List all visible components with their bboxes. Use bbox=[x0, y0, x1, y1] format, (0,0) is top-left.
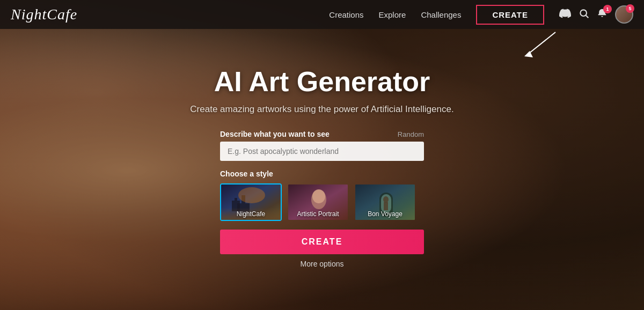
hero-subtitle: Create amazing artworks using the power … bbox=[190, 104, 453, 115]
arrow-annotation bbox=[518, 29, 561, 62]
style-nightcafe-label: NightCafe bbox=[221, 210, 281, 218]
create-button[interactable]: CREATE bbox=[220, 230, 424, 254]
nav-link-explore[interactable]: Explore bbox=[379, 10, 406, 19]
nav-link-challenges[interactable]: Challenges bbox=[421, 10, 461, 19]
brand-logo[interactable]: NightCafe bbox=[11, 6, 77, 23]
style-label: Choose a style bbox=[220, 169, 424, 178]
user-avatar[interactable]: 5 bbox=[615, 5, 633, 24]
svg-point-14 bbox=[383, 196, 389, 203]
svg-point-10 bbox=[312, 189, 325, 203]
svg-point-0 bbox=[580, 10, 587, 16]
nav-icons: 1 5 bbox=[559, 5, 633, 24]
hero-title: AI Art Generator bbox=[214, 65, 430, 98]
creation-form: Describe what you want to see Random Cho… bbox=[220, 130, 424, 268]
notification-badge: 1 bbox=[603, 5, 612, 13]
style-card-artistic-portrait[interactable]: Artistic Portrait bbox=[287, 183, 349, 221]
notification-bell-icon[interactable]: 1 bbox=[597, 8, 608, 21]
nav-create-button[interactable]: CREATE bbox=[476, 5, 544, 25]
style-card-nightcafe[interactable]: NightCafe bbox=[220, 183, 282, 221]
prompt-label: Describe what you want to see bbox=[220, 130, 330, 138]
style-voyage-label: Bon Voyage bbox=[355, 210, 415, 218]
navbar: NightCafe Creations Explore Challenges C… bbox=[0, 0, 644, 29]
style-options: NightCafe bbox=[220, 183, 424, 221]
search-icon[interactable] bbox=[579, 8, 589, 21]
svg-point-7 bbox=[238, 187, 265, 203]
svg-rect-15 bbox=[384, 202, 388, 210]
more-options-link[interactable]: More options bbox=[220, 260, 424, 268]
discord-icon[interactable] bbox=[559, 8, 571, 22]
nav-right: Creations Explore Challenges CREATE bbox=[329, 5, 633, 25]
messages-badge: 5 bbox=[626, 4, 634, 13]
prompt-label-row: Describe what you want to see Random bbox=[220, 130, 424, 138]
prompt-input[interactable] bbox=[220, 142, 424, 161]
svg-line-2 bbox=[529, 32, 555, 54]
style-card-bon-voyage[interactable]: Bon Voyage bbox=[354, 183, 416, 221]
main-content: AI Art Generator Create amazing artworks… bbox=[0, 29, 644, 310]
nav-link-creations[interactable]: Creations bbox=[329, 10, 363, 19]
random-link[interactable]: Random bbox=[398, 130, 424, 138]
style-artistic-label: Artistic Portrait bbox=[288, 210, 348, 218]
svg-line-1 bbox=[586, 15, 589, 18]
